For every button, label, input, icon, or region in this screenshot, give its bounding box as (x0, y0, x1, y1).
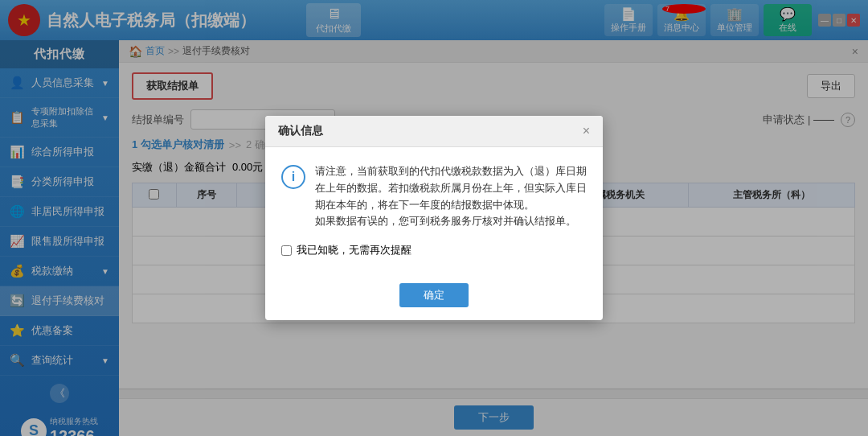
modal-info-row: i 请注意，当前获取到的代扣代缴税款数据为入（退）库日期在上年的数据。若扣缴税款… (281, 163, 587, 230)
modal-text: 请注意，当前获取到的代扣代缴税款数据为入（退）库日期在上年的数据。若扣缴税款所属… (315, 163, 587, 230)
modal-header: 确认信息 × (265, 116, 603, 147)
modal-confirm-btn[interactable]: 确定 (399, 283, 469, 307)
modal-title: 确认信息 (278, 124, 323, 138)
modal-overlay: 确认信息 × i 请注意，当前获取到的代扣代缴税款数据为入（退）库日期在上年的数… (0, 0, 868, 436)
modal-info-icon: i (281, 165, 305, 189)
modal-body: i 请注意，当前获取到的代扣代缴税款数据为入（退）库日期在上年的数据。若扣缴税款… (265, 147, 603, 283)
modal-footer: 确定 (265, 283, 603, 320)
modal-dialog: 确认信息 × i 请注意，当前获取到的代扣代缴税款数据为入（退）库日期在上年的数… (265, 116, 603, 320)
modal-checkbox-row: 我已知晓，无需再次提醒 (281, 243, 587, 257)
no-remind-checkbox[interactable] (281, 245, 292, 256)
modal-close-btn[interactable]: × (583, 124, 590, 138)
no-remind-label: 我已知晓，无需再次提醒 (297, 243, 411, 257)
